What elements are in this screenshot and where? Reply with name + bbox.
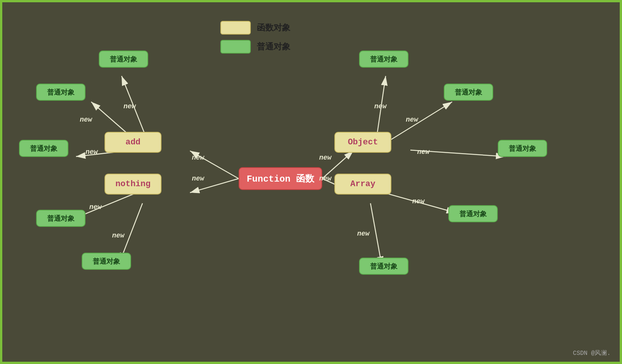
node-add: add xyxy=(104,132,161,153)
svg-line-11 xyxy=(388,102,452,142)
arrow-label-nothing-bl: new xyxy=(89,203,101,211)
node-object-right: 普通对象 xyxy=(498,140,547,157)
node-object-top: 普通对象 xyxy=(359,51,408,68)
node-object: Object xyxy=(334,132,391,153)
node-function-center: Function 函数 xyxy=(239,167,322,190)
node-nothing-bottom: 普通对象 xyxy=(82,253,131,270)
arrow-label-object-tr: new xyxy=(406,116,418,123)
arrow-label-fc-add: new xyxy=(192,154,204,161)
node-add-left: 普通对象 xyxy=(19,140,68,157)
node-add-top: 普通对象 xyxy=(99,51,148,68)
arrow-label-object-r: new xyxy=(417,148,429,156)
node-object-tr: 普通对象 xyxy=(444,84,493,101)
arrow-label-add-topleft: new xyxy=(80,116,92,123)
arrow-label-array-b: new xyxy=(357,230,369,237)
arrow-label-fc-object: new xyxy=(319,154,331,161)
node-nothing-bl: 普通对象 xyxy=(36,210,85,227)
node-nothing: nothing xyxy=(104,174,161,195)
arrow-label-add-top: new xyxy=(123,103,136,110)
svg-line-14 xyxy=(370,203,382,266)
node-array: Array xyxy=(334,174,391,195)
arrow-label-nothing-b: new xyxy=(112,232,124,239)
node-add-topleft: 普通对象 xyxy=(36,84,85,101)
node-array-br: 普通对象 xyxy=(448,205,498,222)
arrow-label-fc-nothing: new xyxy=(192,175,204,182)
node-array-bottom: 普通对象 xyxy=(359,258,408,275)
arrow-label-add-left: new xyxy=(85,148,98,156)
diagram-container: 函数对象 普通对象 xyxy=(0,0,622,364)
arrow-label-fc-array: new xyxy=(319,175,331,182)
arrow-label-array-br: new xyxy=(412,198,424,205)
arrow-label-object-top: new xyxy=(374,103,386,110)
